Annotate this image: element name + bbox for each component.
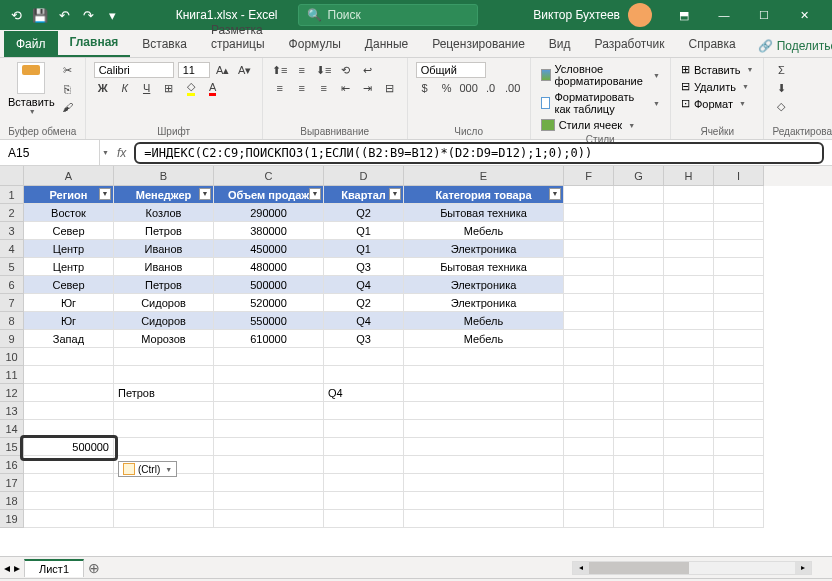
tab-home[interactable]: Главная [58,29,131,57]
cell[interactable] [564,294,614,312]
cell[interactable] [614,438,664,456]
cell[interactable] [714,330,764,348]
cell[interactable] [404,492,564,510]
select-all-corner[interactable] [0,166,24,186]
cell[interactable] [664,492,714,510]
cell[interactable]: 500000 [214,276,324,294]
number-format-combo[interactable] [416,62,486,78]
cell[interactable] [664,276,714,294]
cell[interactable] [714,204,764,222]
cell[interactable] [214,474,324,492]
cell[interactable]: Электроника [404,276,564,294]
cell[interactable] [564,222,614,240]
cell-styles-button[interactable]: Стили ячеек▼ [539,118,662,132]
cell[interactable] [24,474,114,492]
cell[interactable] [214,402,324,420]
cell[interactable]: 480000 [214,258,324,276]
cell[interactable] [664,474,714,492]
ribbon-options-icon[interactable]: ⬒ [664,0,704,30]
col-header[interactable]: E [404,166,564,186]
cell[interactable] [214,456,324,474]
row-header[interactable]: 17 [0,474,24,492]
cell[interactable] [564,510,614,528]
increase-decimal-icon[interactable]: .0 [482,80,500,96]
cell[interactable] [114,348,214,366]
cell[interactable] [614,456,664,474]
cell[interactable] [614,222,664,240]
underline-button[interactable]: Ч [138,80,156,96]
cell[interactable] [664,420,714,438]
sheet-nav-prev-icon[interactable]: ◂ [4,561,10,575]
row-header[interactable]: 12 [0,384,24,402]
name-box-dropdown-icon[interactable]: ▼ [102,149,109,156]
col-header[interactable]: H [664,166,714,186]
cell[interactable] [614,474,664,492]
cell[interactable]: Q1 [324,222,404,240]
cell[interactable]: Центр [24,258,114,276]
cell[interactable]: 610000 [214,330,324,348]
cell[interactable] [214,366,324,384]
cell[interactable] [214,492,324,510]
cell[interactable] [664,402,714,420]
cell[interactable] [614,510,664,528]
cell[interactable]: 520000 [214,294,324,312]
font-name-combo[interactable] [94,62,174,78]
cell[interactable] [714,348,764,366]
cell[interactable] [714,384,764,402]
align-middle-icon[interactable]: ≡ [293,62,311,78]
col-header[interactable]: G [614,166,664,186]
cell[interactable] [24,402,114,420]
cell[interactable] [614,258,664,276]
cell[interactable]: Мебель [404,312,564,330]
fill-color-icon[interactable]: ◇ [182,80,200,96]
cell[interactable] [564,186,614,204]
row-header[interactable]: 2 [0,204,24,222]
align-right-icon[interactable]: ≡ [315,80,333,96]
tab-view[interactable]: Вид [537,31,583,57]
cell[interactable] [614,240,664,258]
copy-icon[interactable]: ⎘ [59,81,77,97]
orientation-icon[interactable]: ⟲ [337,62,355,78]
cell[interactable] [714,366,764,384]
cell[interactable]: Сидоров [114,294,214,312]
cell[interactable] [564,492,614,510]
cell[interactable] [664,348,714,366]
cell[interactable] [664,366,714,384]
row-header[interactable]: 16 [0,456,24,474]
user-name[interactable]: Виктор Бухтеев [533,8,620,22]
cell[interactable] [714,240,764,258]
merge-icon[interactable]: ⊟ [381,80,399,96]
cell[interactable] [324,474,404,492]
cell[interactable] [714,294,764,312]
cell[interactable] [664,258,714,276]
cell[interactable] [564,384,614,402]
tab-developer[interactable]: Разработчик [583,31,677,57]
font-color-icon[interactable]: А [204,80,222,96]
cell[interactable] [324,366,404,384]
cell[interactable]: Иванов [114,258,214,276]
font-size-combo[interactable] [178,62,210,78]
cell[interactable] [564,402,614,420]
cell[interactable]: Q2 [324,204,404,222]
cell[interactable] [714,492,764,510]
border-icon[interactable]: ⊞ [160,80,178,96]
cell[interactable]: 290000 [214,204,324,222]
row-header[interactable]: 8 [0,312,24,330]
cell[interactable] [324,348,404,366]
cell[interactable] [614,492,664,510]
cell[interactable]: Q4 [324,276,404,294]
minimize-icon[interactable]: — [704,0,744,30]
decrease-decimal-icon[interactable]: .00 [504,80,522,96]
cell[interactable] [24,456,114,474]
cells-grid[interactable]: Регион▼Менеджер▼Объем продаж▼Квартал▼Кат… [24,186,764,556]
cell[interactable] [404,474,564,492]
cell[interactable] [714,438,764,456]
row-header[interactable]: 3 [0,222,24,240]
row-header[interactable]: 15 [0,438,24,456]
col-header[interactable]: A [24,166,114,186]
cell[interactable] [714,258,764,276]
cell[interactable] [614,366,664,384]
horizontal-scrollbar[interactable]: ◂ ▸ [572,561,812,575]
cell[interactable] [564,438,614,456]
row-header[interactable]: 14 [0,420,24,438]
